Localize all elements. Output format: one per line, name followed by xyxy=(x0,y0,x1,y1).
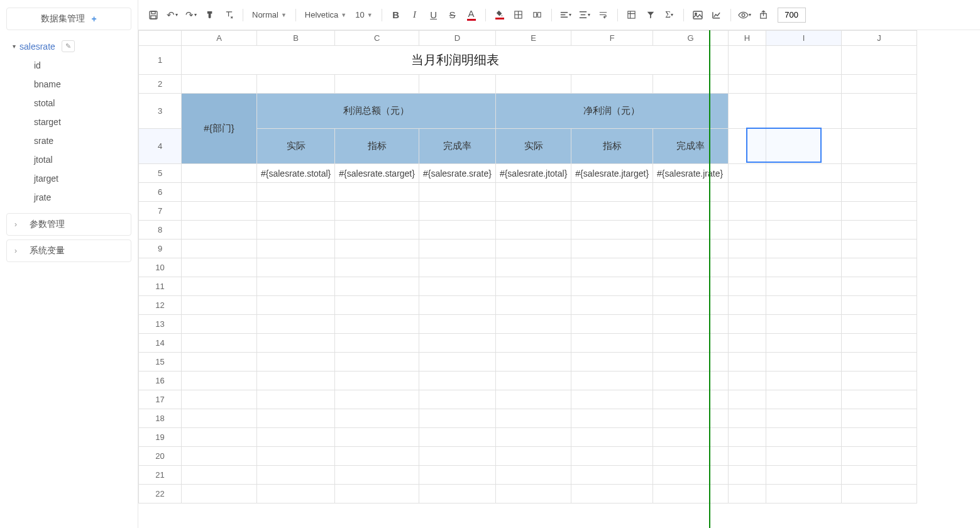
cell[interactable] xyxy=(335,485,419,503)
cell[interactable] xyxy=(766,75,842,94)
cell[interactable] xyxy=(653,334,729,353)
cell[interactable] xyxy=(495,428,571,447)
cell[interactable]: 利润总额（元） xyxy=(257,94,496,129)
cell[interactable] xyxy=(495,183,571,202)
cell[interactable] xyxy=(766,485,842,503)
cell[interactable] xyxy=(419,296,495,315)
cell[interactable] xyxy=(182,277,257,296)
cell[interactable]: 实际 xyxy=(257,129,335,164)
cell[interactable] xyxy=(571,466,653,485)
tree-leaf-stotal[interactable]: stotal xyxy=(34,94,131,113)
cell[interactable] xyxy=(842,202,917,221)
cell[interactable] xyxy=(335,409,419,428)
cell[interactable] xyxy=(653,353,729,371)
cell[interactable] xyxy=(182,390,257,409)
align-v-icon[interactable]: ▾ xyxy=(576,6,593,24)
cell[interactable] xyxy=(766,334,842,353)
align-h-icon[interactable]: ▾ xyxy=(557,6,575,24)
cell[interactable] xyxy=(571,485,653,503)
cell[interactable] xyxy=(766,428,842,447)
cell[interactable] xyxy=(571,390,653,409)
wrap-icon[interactable] xyxy=(595,6,612,24)
row-header-1[interactable]: 1 xyxy=(139,46,182,75)
cell[interactable] xyxy=(653,277,729,296)
cell[interactable] xyxy=(182,164,257,183)
cell[interactable] xyxy=(729,334,766,353)
row-header-9[interactable]: 9 xyxy=(139,239,182,258)
row-header-7[interactable]: 7 xyxy=(139,202,182,221)
cell[interactable] xyxy=(729,277,766,296)
cell[interactable]: 指标 xyxy=(335,129,419,164)
cell[interactable] xyxy=(729,371,766,390)
cell[interactable] xyxy=(495,221,571,239)
cell[interactable] xyxy=(766,466,842,485)
row-header-16[interactable]: 16 xyxy=(139,371,182,390)
cell[interactable] xyxy=(257,485,335,503)
cell[interactable] xyxy=(182,428,257,447)
cell[interactable]: #{salesrate.srate} xyxy=(419,164,495,183)
tree-leaf-jtotal[interactable]: jtotal xyxy=(34,150,131,169)
format-painter-icon[interactable] xyxy=(201,6,219,24)
cell[interactable] xyxy=(729,353,766,371)
cell[interactable] xyxy=(653,239,729,258)
cell[interactable] xyxy=(495,485,571,503)
cell[interactable] xyxy=(335,277,419,296)
cell[interactable] xyxy=(419,447,495,466)
filter-icon[interactable] xyxy=(642,6,659,24)
cell[interactable] xyxy=(571,183,653,202)
tree-leaf-id[interactable]: id xyxy=(34,56,131,75)
edit-icon[interactable]: ✎ xyxy=(62,40,75,52)
col-header-G[interactable]: G xyxy=(653,31,729,46)
row-header-19[interactable]: 19 xyxy=(139,428,182,447)
cell[interactable] xyxy=(335,315,419,334)
cell[interactable] xyxy=(842,428,917,447)
col-header-J[interactable]: J xyxy=(842,31,917,46)
cell[interactable] xyxy=(653,75,729,94)
row-header-22[interactable]: 22 xyxy=(139,485,182,503)
cell[interactable] xyxy=(257,315,335,334)
cell[interactable] xyxy=(729,202,766,221)
zoom-input[interactable] xyxy=(778,8,806,23)
cell[interactable] xyxy=(335,202,419,221)
cell[interactable] xyxy=(495,296,571,315)
cell[interactable] xyxy=(257,296,335,315)
cell[interactable] xyxy=(257,239,335,258)
cell[interactable] xyxy=(182,466,257,485)
cell[interactable]: #{salesrate.jtotal} xyxy=(495,164,571,183)
cell[interactable] xyxy=(335,239,419,258)
cell[interactable] xyxy=(495,258,571,277)
cell[interactable] xyxy=(335,353,419,371)
cell[interactable] xyxy=(419,75,495,94)
cell[interactable] xyxy=(335,390,419,409)
export-icon[interactable] xyxy=(755,6,773,24)
cell[interactable]: 完成率 xyxy=(653,129,729,164)
cell[interactable] xyxy=(653,371,729,390)
row-header-12[interactable]: 12 xyxy=(139,296,182,315)
cell[interactable] xyxy=(653,183,729,202)
cell[interactable] xyxy=(495,409,571,428)
cell[interactable] xyxy=(653,296,729,315)
cell[interactable] xyxy=(335,428,419,447)
cell[interactable] xyxy=(571,315,653,334)
cell[interactable] xyxy=(419,277,495,296)
cell[interactable] xyxy=(653,409,729,428)
row-header-5[interactable]: 5 xyxy=(139,164,182,183)
corner[interactable] xyxy=(139,31,182,46)
cell[interactable] xyxy=(419,485,495,503)
cell[interactable] xyxy=(419,466,495,485)
row-header-10[interactable]: 10 xyxy=(139,258,182,277)
cell[interactable] xyxy=(182,258,257,277)
cell[interactable] xyxy=(257,353,335,371)
cell[interactable] xyxy=(182,315,257,334)
cell[interactable]: #{salesrate.starget} xyxy=(335,164,419,183)
col-header-C[interactable]: C xyxy=(335,31,419,46)
cell[interactable] xyxy=(571,258,653,277)
cell[interactable] xyxy=(571,75,653,94)
cell[interactable] xyxy=(495,390,571,409)
clear-format-icon[interactable] xyxy=(220,6,238,24)
cell[interactable] xyxy=(766,94,842,129)
cell[interactable]: 指标 xyxy=(571,129,653,164)
cell[interactable] xyxy=(419,239,495,258)
underline-icon[interactable]: U xyxy=(425,6,443,24)
row-header-2[interactable]: 2 xyxy=(139,75,182,94)
